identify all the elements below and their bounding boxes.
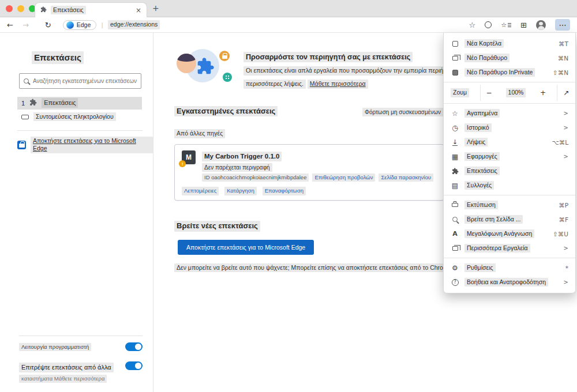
address-bar[interactable]: Edge | edge://extensions xyxy=(63,20,160,30)
menu-item-history[interactable]: ◷ Ιστορικό > xyxy=(444,120,575,135)
menu-item-settings[interactable]: ⚙ Ρυθμίσεις * xyxy=(444,261,575,275)
menu-shortcut: ⌘N xyxy=(558,55,568,62)
new-tab-button[interactable]: + xyxy=(152,3,159,13)
new-tab-icon xyxy=(452,41,458,47)
chevron-right-icon: > xyxy=(564,245,568,251)
keyboard-icon xyxy=(21,115,29,119)
menu-item-extensions[interactable]: Επεκτάσεις xyxy=(444,164,575,178)
chevron-right-icon: > xyxy=(564,153,568,160)
menu-item-apps[interactable]: ▦ Εφαρμογές > xyxy=(444,149,575,164)
list-lines-icon xyxy=(508,23,511,27)
menu-item-more-tools[interactable]: Περισσότερα Εργαλεία > xyxy=(444,241,575,255)
profile-avatar[interactable] xyxy=(536,20,546,30)
installed-extensions-heading: Εγκατεστημένες επεκτάσεις xyxy=(174,106,278,117)
settings-gear-icon: ⚙ xyxy=(451,264,459,272)
menu-item-label: Ιστορικό xyxy=(464,123,492,133)
menu-item-downloads[interactable]: ↓ Λήψεις ⌥⌘L xyxy=(444,135,575,149)
address-url[interactable]: edge://extensions xyxy=(108,20,160,29)
back-button[interactable]: ← xyxy=(7,21,13,29)
person-avatar-icon xyxy=(177,54,196,73)
store-bag-icon xyxy=(17,141,26,149)
allow-other-stores-label: Επιτρέψτε επεκτάσεις από άλλα xyxy=(19,363,114,372)
history-icon: ◷ xyxy=(451,124,459,132)
get-extensions-button[interactable]: Αποκτήστε επεκτάσεις για το Microsoft Ed… xyxy=(178,240,314,255)
inspect-views-link[interactable]: Επιθεώρηση προβολών xyxy=(312,174,375,182)
menu-item-label: Νέο Παράθυρο InPrivate xyxy=(464,68,535,77)
titlebar: Επεκτάσεις × + xyxy=(0,0,577,17)
developer-mode-label: Λειτουργία προγραμματιστή xyxy=(19,343,91,351)
navigation-toolbar: ← → ↻ Edge | edge://extensions ☆ ☆ ⊞ ⋯ xyxy=(0,17,577,33)
favorite-star-icon[interactable]: ☆ xyxy=(469,21,476,29)
chevron-right-icon: > xyxy=(564,110,568,116)
menu-item-label: Αγαπημένα xyxy=(464,109,500,118)
favorites-star-icon: ☆ xyxy=(451,110,459,118)
search-box[interactable] xyxy=(19,73,141,89)
window-controls xyxy=(6,5,36,12)
collections-icon: ▤ xyxy=(451,182,459,190)
copilot-icon[interactable] xyxy=(485,21,492,28)
inprivate-icon xyxy=(452,70,458,76)
menu-shortcut: ⌥⌘L xyxy=(552,139,568,146)
nav-index: 1 xyxy=(21,100,25,107)
menu-item-find-on-page[interactable]: Βρείτε στη Σελίδα ... ⌘F xyxy=(444,212,575,227)
menu-item-collections[interactable]: ▤ Συλλογές xyxy=(444,178,575,193)
remove-button[interactable]: Κατάργηση xyxy=(224,187,256,195)
get-extensions-link[interactable]: Αποκτήστε επεκτάσεις για το Microsoft Ed… xyxy=(17,137,153,153)
settings-and-more-button[interactable]: ⋯ xyxy=(555,19,570,31)
zoom-in-button[interactable]: + xyxy=(534,89,552,97)
menu-item-new-inprivate-window[interactable]: Νέο Παράθυρο InPrivate ⇧⌘N xyxy=(444,65,575,80)
more-icon: ⋯ xyxy=(559,21,567,29)
forward-button[interactable]: → xyxy=(23,21,29,29)
menu-shortcut: ⌘F xyxy=(559,216,568,223)
menu-separator xyxy=(444,82,575,82)
sidebar-title: Επεκτάσεις xyxy=(32,51,84,64)
browser-tab[interactable]: Επεκτάσεις × xyxy=(35,2,147,17)
menu-shortcut: * xyxy=(565,265,568,272)
chevron-right-icon: > xyxy=(564,279,568,285)
menu-separator xyxy=(444,103,575,104)
allow-other-stores-toggle[interactable] xyxy=(125,361,143,370)
close-tab-icon[interactable]: × xyxy=(136,6,141,14)
site-badge-label: Edge xyxy=(77,21,91,28)
reload-button[interactable]: ↻ xyxy=(45,21,51,29)
menu-item-label: Συλλογές xyxy=(464,181,494,190)
menu-item-new-window[interactable]: Νέο Παράθυρο ⌘N xyxy=(444,51,575,65)
zoom-value: 100% xyxy=(506,88,526,97)
background-page-link[interactable]: Σελίδα παρασκηνίου xyxy=(379,174,433,182)
collections-icon[interactable]: ⊞ xyxy=(520,21,527,29)
source-badge: Από άλλες πηγές xyxy=(174,129,225,138)
menu-item-label: Επεκτάσεις xyxy=(464,167,500,176)
zoom-label: Ζουμ xyxy=(451,88,469,97)
search-input[interactable] xyxy=(33,78,137,84)
sidebar-item-extensions[interactable]: 1 Επεκτάσεις xyxy=(17,97,142,110)
learn-more-link[interactable]: Μάθετε περισσότερα xyxy=(308,80,368,89)
details-button[interactable]: Λεπτομέρειες xyxy=(182,187,219,195)
hero-title: Προσαρμόστε τον περιηγητή σας με επεκτάσ… xyxy=(243,52,413,62)
help-icon: ? xyxy=(452,279,459,286)
minimize-window-button[interactable] xyxy=(17,5,24,12)
hero-body-line2: περισσότερες λήψεις. xyxy=(243,80,306,89)
developer-mode-toggle[interactable] xyxy=(125,342,143,351)
menu-item-new-tab[interactable]: Νέα Καρτέλα ⌘T xyxy=(444,36,575,51)
downloads-icon: ↓ xyxy=(452,139,458,146)
menu-item-label: Εκτύπωση xyxy=(464,201,498,210)
sidebar-item-keyboard-shortcuts[interactable]: Συντομεύσεις πληκτρολογίου xyxy=(17,111,142,123)
favorites-hub-icon[interactable]: ☆ xyxy=(501,21,511,29)
menu-item-read-aloud[interactable]: A Μεγαλόφωνη Ανάγνωση ⇧⌘U xyxy=(444,227,575,241)
menu-item-label: Περισσότερα Εργαλεία xyxy=(464,244,530,253)
menu-item-favorites[interactable]: ☆ Αγαπημένα > xyxy=(444,106,575,120)
browser-window: Επεκτάσεις × + ← → ↻ Edge | edge://exten… xyxy=(0,0,577,392)
menu-item-help-feedback[interactable]: ? Βοήθεια και Ανατροφοδότηση > xyxy=(444,275,575,289)
warning-badge-icon: ! xyxy=(179,160,186,167)
puzzle-icon xyxy=(29,99,37,107)
load-unpacked-link[interactable]: Φόρτωση μη συσκευασμένων xyxy=(362,108,443,116)
browser-menu: Νέα Καρτέλα ⌘T Νέο Παράθυρο ⌘N Νέο Παράθ… xyxy=(443,33,576,293)
star-glyph-icon: ☆ xyxy=(501,21,507,29)
fullscreen-icon[interactable]: ↗ xyxy=(557,85,575,101)
sidebar-divider xyxy=(19,336,143,336)
reload-extension-button[interactable]: Επαναφόρτωση xyxy=(263,187,306,195)
puzzle-icon xyxy=(196,57,215,78)
zoom-out-button[interactable]: − xyxy=(480,85,497,101)
menu-item-print[interactable]: Εκτύπωση ⌘P xyxy=(444,198,575,212)
close-window-button[interactable] xyxy=(6,5,13,12)
